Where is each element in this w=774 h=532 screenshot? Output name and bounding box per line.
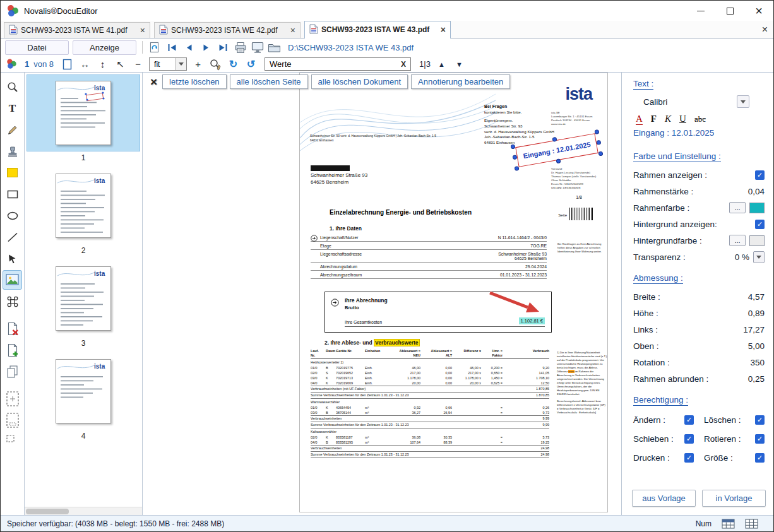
selection-handle[interactable] xyxy=(510,144,515,149)
selection-handle[interactable] xyxy=(598,151,603,156)
dimension-value[interactable]: 4,57 xyxy=(748,292,765,302)
checkbox[interactable]: ✓ xyxy=(755,170,765,180)
thumbnail-selection[interactable]: ista xyxy=(27,168,140,244)
document-tab[interactable]: SCHW93-2023 ISTA WE 43.pdf× xyxy=(304,21,451,38)
print-icon[interactable] xyxy=(234,40,247,54)
datei-menu-button[interactable]: Datei xyxy=(5,40,69,55)
next-page-button[interactable] xyxy=(199,40,213,54)
thumbnail-scrollbar[interactable] xyxy=(25,507,142,515)
anzeige-menu-button[interactable]: Anzeige xyxy=(73,40,136,55)
close-button[interactable]: × xyxy=(744,1,773,21)
grid-view-icon[interactable] xyxy=(722,519,735,529)
checkbox[interactable]: ✓ xyxy=(684,415,694,425)
dimension-value[interactable]: 350 xyxy=(750,358,765,367)
last-page-button[interactable] xyxy=(217,40,230,54)
ellipse-tool-button[interactable] xyxy=(3,206,22,225)
rectangle-tool-button[interactable] xyxy=(3,184,22,204)
image-tool-button[interactable] xyxy=(3,270,22,290)
arrow-annotation[interactable] xyxy=(486,290,543,317)
chevron-down-icon[interactable] xyxy=(176,58,186,70)
document-tab[interactable]: SCHW93-2023 ISTA WE 42.pdf× xyxy=(154,22,301,38)
aus-vorlage-button[interactable]: aus Vorlage xyxy=(632,490,696,507)
fit-height-icon[interactable]: ↕ xyxy=(96,57,109,71)
thumbnail-page-image[interactable]: ista xyxy=(56,266,111,331)
rotate-cw-button[interactable]: ↻ xyxy=(227,57,240,71)
search-input[interactable]: Werte X xyxy=(265,57,411,71)
text-tool-button[interactable]: T xyxy=(3,98,22,118)
property-value[interactable]: 0,04 xyxy=(748,187,765,196)
font-style-color-button[interactable]: A xyxy=(636,114,643,125)
arrow-tool-button[interactable] xyxy=(3,249,22,268)
dimension-value[interactable]: 0,25 xyxy=(748,374,765,384)
thumbnail-selection[interactable]: ista xyxy=(27,261,140,336)
tab-close-icon[interactable]: × xyxy=(441,25,446,35)
scrollbar-thumb[interactable] xyxy=(26,509,69,514)
selection-handle[interactable] xyxy=(556,158,561,163)
fit-page-icon[interactable]: ↖ xyxy=(114,57,127,71)
property-value[interactable]: 0 % xyxy=(735,252,749,262)
region-select-tool-button[interactable] xyxy=(3,389,22,408)
dimension-value[interactable]: 17,27 xyxy=(743,325,765,334)
zoom-level-select[interactable]: fit xyxy=(149,57,187,71)
thumbnail-page-image[interactable]: ista xyxy=(56,174,111,238)
search-previous-button[interactable]: ▲ xyxy=(435,57,448,71)
fit-width-icon[interactable]: ↔ xyxy=(78,57,92,71)
thumbnail-page-image[interactable]: ista xyxy=(56,359,111,423)
checkbox[interactable]: ✓ xyxy=(684,434,694,444)
checkbox[interactable]: ✓ xyxy=(755,453,765,463)
line-tool-button[interactable] xyxy=(3,227,22,247)
minimize-button[interactable] xyxy=(686,1,715,21)
tab-close-icon[interactable]: × xyxy=(140,25,145,35)
font-style-underline-button[interactable]: U xyxy=(679,114,686,124)
font-style-bold-button[interactable]: F xyxy=(651,114,657,124)
dimension-value[interactable]: 5,00 xyxy=(748,341,765,351)
tabbar-close-icon[interactable]: × xyxy=(762,24,768,35)
zoom-out-button[interactable]: − xyxy=(131,57,145,71)
checkbox[interactable]: ✓ xyxy=(684,453,694,463)
prev-page-button[interactable] xyxy=(182,40,196,54)
checkbox[interactable]: ✓ xyxy=(755,434,765,444)
clear-search-icon[interactable]: X xyxy=(401,60,406,69)
annotation-close-icon[interactable]: × xyxy=(150,75,157,89)
selection-handle[interactable] xyxy=(594,129,599,134)
annotation-action-button[interactable]: letzte löschen xyxy=(162,74,227,89)
color-picker-button[interactable]: ... xyxy=(729,202,746,213)
current-page-number[interactable]: 1 xyxy=(25,59,29,69)
annotation-action-button[interactable]: alle löschen Seite xyxy=(230,74,308,89)
page-copy-tool-button[interactable] xyxy=(3,362,22,381)
zoom-in-button[interactable]: + xyxy=(191,57,205,71)
selection-handle[interactable] xyxy=(512,155,517,160)
page-add-tool-button[interactable] xyxy=(3,340,22,360)
thumbnail-page-image[interactable]: ista xyxy=(56,81,111,145)
font-family-select[interactable]: Calibri xyxy=(643,94,749,109)
monitor-icon[interactable] xyxy=(251,40,264,54)
command-tool-button[interactable] xyxy=(3,292,22,311)
selection-box-tool-button[interactable] xyxy=(3,410,22,430)
page-thumbnail[interactable]: ista1 xyxy=(25,75,142,162)
open-folder-icon[interactable] xyxy=(268,40,281,54)
in-vorlage-button[interactable]: in Vorlage xyxy=(702,490,766,507)
selection-handle[interactable] xyxy=(515,166,520,171)
table-view-icon[interactable] xyxy=(745,519,758,529)
document-tab[interactable]: SCHW93-2023 ISTA WE 41.pdf× xyxy=(4,22,150,38)
checkbox[interactable]: ✓ xyxy=(755,220,765,229)
single-page-icon[interactable] xyxy=(61,57,74,71)
annotation-action-button[interactable]: Annotierung bearbeiten xyxy=(411,74,510,89)
thumbnail-selection[interactable]: ista xyxy=(27,75,140,151)
search-value[interactable]: Werte xyxy=(270,59,291,69)
checkbox[interactable]: ✓ xyxy=(755,415,765,425)
reload-document-icon[interactable] xyxy=(148,40,162,54)
zoom-tool-button[interactable] xyxy=(3,77,22,97)
highlight-tool-button[interactable] xyxy=(3,163,22,182)
rotate-ccw-button[interactable]: ↺ xyxy=(244,57,258,71)
dropdown-button[interactable] xyxy=(753,251,765,263)
selection-small-tool-button[interactable] xyxy=(3,432,22,451)
first-page-button[interactable] xyxy=(165,40,179,54)
tab-close-icon[interactable]: × xyxy=(290,25,295,35)
stamp-tool-button[interactable] xyxy=(3,141,22,161)
page-thumbnail[interactable]: ista4 xyxy=(25,353,142,440)
color-picker-button[interactable]: ... xyxy=(729,235,746,246)
font-dropdown-button[interactable] xyxy=(737,95,749,108)
page-thumbnail[interactable]: ista3 xyxy=(25,261,142,348)
font-style-italic-button[interactable]: K xyxy=(665,114,671,124)
